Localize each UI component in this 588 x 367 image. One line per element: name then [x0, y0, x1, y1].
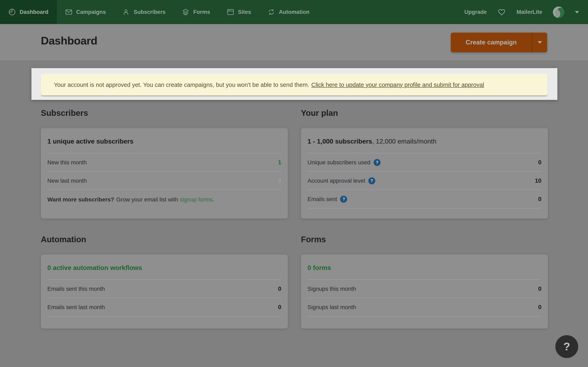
plan-section: Your plan 1 - 1,000 subscribers, 12,000 … — [301, 108, 548, 218]
stat-row: Emails sent? 0 — [307, 190, 541, 208]
automation-heading: Automation — [41, 235, 288, 244]
nav-item-label: Campaigns — [76, 9, 106, 15]
question-circle-icon[interactable]: ? — [368, 177, 375, 184]
approval-banner-message: Your account is not approved yet. You ca… — [54, 81, 309, 88]
question-circle-icon[interactable]: ? — [374, 159, 380, 166]
envelope-icon — [65, 8, 72, 16]
nav-item-dashboard[interactable]: Dashboard — [0, 0, 57, 24]
hint-bold: Want more subscribers? — [47, 196, 114, 203]
stat-label: Account approval level? — [307, 177, 375, 184]
stat-value: 0 — [538, 285, 541, 292]
chevron-down-icon — [537, 41, 542, 44]
stat-label: Emails sent last month — [47, 304, 105, 310]
stat-label: Emails sent? — [307, 196, 347, 202]
favorites-button[interactable] — [497, 8, 506, 16]
browser-icon — [226, 8, 234, 16]
nav-account-area: Upgrade MailerLite — [464, 0, 588, 24]
automation-card-title[interactable]: 0 active automation workflows — [47, 254, 281, 279]
plan-card: 1 - 1,000 subscribers, 12,000 emails/mon… — [301, 128, 548, 218]
stat-label: Signups last month — [307, 304, 356, 310]
forms-heading: Forms — [301, 235, 548, 244]
stat-row: Unique subscribers used? 0 — [307, 153, 541, 171]
stat-label: Emails sent this month — [47, 285, 105, 292]
help-button[interactable]: ? — [555, 335, 578, 358]
approval-banner: Your account is not approved yet. You ca… — [41, 74, 548, 95]
account-name: MailerLite — [517, 9, 542, 15]
stat-row: Signups this month 0 — [307, 280, 541, 298]
subscribers-hint: Want more subscribers? Grow your email l… — [47, 190, 281, 209]
stat-value: 0 — [538, 304, 541, 310]
plan-title-rest: , 12,000 emails/month — [372, 138, 437, 145]
page-header: Dashboard Create campaign — [0, 24, 588, 61]
screenshot-viewport: Dashboard Campaigns Subscribers Forms Si… — [0, 0, 588, 367]
divider — [307, 316, 541, 317]
heart-icon — [497, 8, 506, 16]
nav-item-subscribers[interactable]: Subscribers — [114, 0, 174, 24]
nav-main-menu: Dashboard Campaigns Subscribers Forms Si… — [0, 0, 318, 24]
nav-item-automation[interactable]: Automation — [259, 0, 318, 24]
stat-row: Account approval level? 10 — [307, 172, 541, 190]
clock-icon — [8, 8, 16, 16]
stat-value: 0 — [278, 177, 281, 184]
stat-label: New this month — [47, 159, 87, 166]
stat-row: New this month 1 — [47, 153, 281, 171]
nav-item-sites[interactable]: Sites — [218, 0, 259, 24]
stat-label-text: Emails sent — [307, 196, 337, 202]
banner-spotlight: Your account is not approved yet. You ca… — [31, 68, 557, 100]
stat-value: 0 — [278, 285, 281, 292]
subscribers-section: Subscribers 1 unique active subscribers … — [41, 108, 288, 218]
stat-label-text: Account approval level — [307, 177, 365, 184]
subscribers-card: 1 unique active subscribers New this mon… — [41, 128, 288, 218]
create-campaign-dropdown-toggle[interactable] — [532, 33, 547, 52]
app-page: Dashboard Campaigns Subscribers Forms Si… — [0, 0, 588, 367]
nav-item-label: Dashboard — [20, 9, 48, 15]
subscribers-heading: Subscribers — [41, 108, 288, 118]
stat-value: 0 — [278, 304, 281, 310]
top-nav: Dashboard Campaigns Subscribers Forms Si… — [0, 0, 588, 24]
stat-label: Signups this month — [307, 285, 356, 292]
forms-card: 0 forms Signups this month 0 Signups las… — [301, 254, 548, 329]
nav-item-label: Automation — [279, 9, 310, 15]
hint-suffix: . — [213, 196, 214, 203]
page-title: Dashboard — [41, 35, 97, 47]
create-campaign-button[interactable]: Create campaign — [451, 33, 532, 52]
automation-card: 0 active automation workflows Emails sen… — [41, 254, 288, 329]
stat-value: 10 — [535, 177, 541, 184]
stat-row: Emails sent this month 0 — [47, 280, 281, 298]
person-icon — [122, 8, 130, 16]
create-campaign-split-button: Create campaign — [451, 33, 547, 52]
question-circle-icon[interactable]: ? — [340, 196, 347, 202]
automation-section: Automation 0 active automation workflows… — [41, 235, 288, 329]
upgrade-link[interactable]: Upgrade — [464, 9, 487, 15]
nav-item-forms[interactable]: Forms — [174, 0, 218, 24]
plan-heading: Your plan — [301, 108, 548, 118]
stat-label-text: Unique subscribers used — [307, 159, 370, 166]
nav-item-campaigns[interactable]: Campaigns — [57, 0, 114, 24]
stat-row: Emails sent last month 0 — [47, 298, 281, 316]
stat-label: Unique subscribers used? — [307, 159, 380, 166]
approval-banner-link[interactable]: Click here to update your company profil… — [311, 81, 484, 88]
user-avatar[interactable] — [553, 6, 564, 18]
nav-item-label: Subscribers — [134, 9, 165, 15]
layers-icon — [182, 8, 190, 16]
forms-section: Forms 0 forms Signups this month 0 Signu… — [301, 235, 548, 329]
stat-row: New last month 0 — [47, 172, 281, 190]
divider — [47, 316, 281, 317]
stat-label: New last month — [47, 177, 87, 184]
plan-title-bold: 1 - 1,000 subscribers — [307, 138, 372, 145]
stat-row: Signups last month 0 — [307, 298, 541, 316]
plan-card-title: 1 - 1,000 subscribers, 12,000 emails/mon… — [307, 128, 541, 153]
subscribers-card-title: 1 unique active subscribers — [47, 128, 281, 153]
forms-card-title[interactable]: 0 forms — [307, 254, 541, 279]
nav-item-label: Forms — [193, 9, 210, 15]
account-chevron-down-icon[interactable] — [575, 11, 579, 13]
stat-value: 0 — [538, 159, 541, 166]
sync-icon — [268, 8, 275, 16]
nav-item-label: Sites — [238, 9, 251, 15]
stat-value: 0 — [538, 196, 541, 202]
stat-value: 1 — [278, 159, 281, 166]
signup-forms-link[interactable]: signup forms — [180, 196, 212, 203]
divider — [307, 208, 541, 208]
hint-text: Grow your email list with — [116, 196, 178, 203]
